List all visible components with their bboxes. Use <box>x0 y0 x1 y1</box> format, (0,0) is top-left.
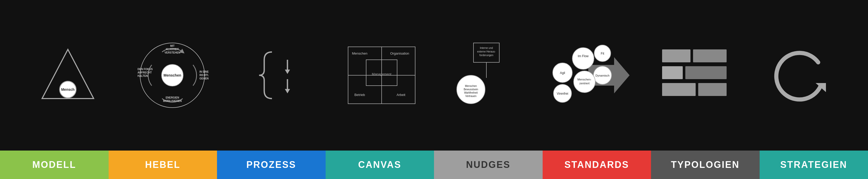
svg-text:KLARHEIT: KLARHEIT <box>166 48 179 51</box>
svg-text:IN EINE: IN EINE <box>199 70 209 73</box>
svg-point-43 <box>572 48 594 69</box>
hebel-visual: Menschen MIT KLARHEIT VERSTEHEN IN EINE … <box>136 39 209 111</box>
tab-modell[interactable]: MODELL <box>0 151 108 179</box>
svg-text:Organisation: Organisation <box>390 51 409 55</box>
svg-text:Interne und: Interne und <box>480 47 493 49</box>
hebel-section: Menschen MIT KLARHEIT VERSTEHEN IN EINE … <box>120 5 225 145</box>
tab-strategien[interactable]: STRATEGIEN <box>760 151 868 179</box>
tabs-row: MODELL HEBEL PROZESS CANVAS NUDGES STAND… <box>0 151 868 179</box>
visuals-row: Mensch Menschen MIT <box>0 0 868 151</box>
tab-modell-label: MODELL <box>32 159 76 170</box>
svg-rect-56 <box>662 66 683 79</box>
canvas-visual: Menschen Organisation Management Betrieb… <box>345 44 418 106</box>
tab-typologien[interactable]: TYPOLOGIEN <box>651 151 760 179</box>
tab-canvas-label: CANVAS <box>358 159 401 170</box>
svg-text:Bewusstsein: Bewusstsein <box>464 88 478 91</box>
tab-nudges-label: NUDGES <box>466 159 510 170</box>
svg-text:externe Heraus-: externe Heraus- <box>477 50 496 53</box>
tab-nudges[interactable]: NUDGES <box>434 151 542 179</box>
strategien-section <box>748 5 853 145</box>
svg-text:Menschen: Menschen <box>163 73 181 77</box>
svg-text:RICHTUNG: RICHTUNG <box>199 74 209 77</box>
typologien-section <box>643 5 748 145</box>
svg-rect-55 <box>693 49 726 62</box>
main-container: Mensch Menschen MIT <box>0 0 868 179</box>
svg-text:Fit: Fit <box>601 52 604 55</box>
svg-text:Im Flow: Im Flow <box>578 54 589 58</box>
modell-visual: Mensch <box>39 47 96 104</box>
svg-text:Dynamisch: Dynamisch <box>595 74 610 77</box>
svg-text:MIT: MIT <box>170 45 175 47</box>
svg-text:Menschen-: Menschen- <box>578 78 592 81</box>
standards-section: Agil Im Flow Fit Dynamisch Menschen- zen… <box>539 5 644 145</box>
modell-section: Mensch <box>16 5 120 145</box>
canvas-section: Menschen Organisation Management Betrieb… <box>330 5 434 145</box>
tab-strategien-label: STRATEGIEN <box>780 159 847 170</box>
svg-text:ENERGIEN: ENERGIEN <box>166 96 179 99</box>
tab-hebel-label: HEBEL <box>145 159 180 170</box>
svg-text:Menschen: Menschen <box>352 51 367 55</box>
tab-typologien-label: TYPOLOGIEN <box>671 159 740 170</box>
svg-rect-58 <box>662 83 695 96</box>
tab-standards[interactable]: STANDARDS <box>542 151 651 179</box>
svg-rect-59 <box>698 83 726 96</box>
tab-prozess-label: PROZESS <box>246 159 296 170</box>
svg-rect-57 <box>685 66 726 79</box>
svg-text:HALTEN: HALTEN <box>137 75 148 77</box>
tab-hebel[interactable]: HEBEL <box>108 151 217 179</box>
svg-text:Virenfrei: Virenfrei <box>557 92 568 96</box>
svg-text:AUFRECHT: AUFRECHT <box>137 71 152 74</box>
typologien-visual <box>659 47 732 104</box>
svg-text:Management: Management <box>372 72 392 76</box>
svg-text:Menschen: Menschen <box>465 84 477 87</box>
svg-text:GEHEN: GEHEN <box>199 77 209 80</box>
prozess-visual <box>254 47 300 104</box>
nudges-section: Interne und externe Heraus- forderungen … <box>434 5 539 145</box>
svg-text:Mensch: Mensch <box>61 87 74 92</box>
svg-rect-54 <box>662 49 690 62</box>
standards-visual: Agil Im Flow Fit Dynamisch Menschen- zen… <box>547 42 635 109</box>
svg-text:Wahlfreiheit: Wahlfreiheit <box>464 91 478 94</box>
tab-canvas[interactable]: CANVAS <box>326 151 434 179</box>
svg-text:forderungen: forderungen <box>479 54 493 57</box>
prozess-section <box>225 5 330 145</box>
tab-standards-label: STANDARDS <box>564 159 629 170</box>
svg-text:Agil: Agil <box>560 71 565 75</box>
strategien-visual <box>772 47 829 104</box>
nudges-visual: Interne und externe Heraus- forderungen … <box>448 42 525 109</box>
svg-text:MOBILISIEREN: MOBILISIEREN <box>163 100 182 102</box>
svg-marker-18 <box>285 70 290 74</box>
svg-text:Arbeit: Arbeit <box>397 93 405 97</box>
svg-text:Betrieb: Betrieb <box>354 93 365 97</box>
svg-text:DEN FOKUS: DEN FOKUS <box>137 68 153 71</box>
svg-text:VERSTEHEN: VERSTEHEN <box>165 51 180 54</box>
tab-prozess[interactable]: PROZESS <box>217 151 326 179</box>
svg-text:Vertrauen: Vertrauen <box>465 95 476 98</box>
svg-text:zentriert: zentriert <box>579 82 590 85</box>
svg-marker-20 <box>285 89 290 93</box>
